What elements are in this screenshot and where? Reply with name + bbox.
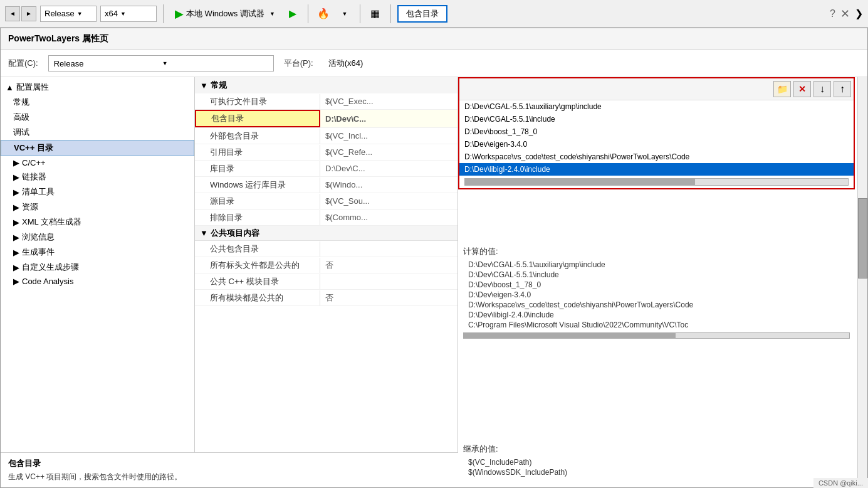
inherit-item: $(VC_IncludePath): [458, 457, 855, 467]
tree-item-build-events[interactable]: ▶ 生成事件: [1, 245, 194, 260]
list-item-selected[interactable]: D:\Dev\libigI-2.4.0\include: [459, 163, 854, 176]
horizontal-scrollbar[interactable]: [459, 176, 854, 188]
tree-arrow: ▶: [13, 188, 19, 197]
tree-item-vc-dirs[interactable]: VC++ 目录: [1, 140, 194, 156]
tree-arrow: ▶: [13, 263, 19, 272]
tree-item-advanced[interactable]: 高级: [1, 110, 194, 125]
property-panel: ▼ 常规 可执行文件目录 $(VC_Exec... 包含目录 D:\Dev\C.…: [195, 77, 458, 480]
prop-value[interactable]: $(VC_Incl...: [320, 129, 458, 142]
list-item[interactable]: D:\Dev\CGAL-5.5.1\include: [459, 113, 854, 125]
prop-value[interactable]: 否: [320, 258, 458, 273]
tree-item-xml[interactable]: ▶ XML 文档生成器: [1, 215, 194, 230]
tree-item-general[interactable]: 常规: [1, 95, 194, 110]
play-label: 本地 Windows 调试器: [186, 8, 264, 19]
config-label: 配置(C):: [8, 58, 38, 69]
platform-arrow: ▼: [120, 11, 126, 17]
nav-back-button[interactable]: ◄: [5, 6, 20, 21]
platform-dropdown[interactable]: x64 ▼: [100, 6, 157, 22]
list-item[interactable]: D:\Dev\CGAL-5.5.1\auxiliary\gmp\include: [459, 100, 854, 113]
fire-dropdown[interactable]: ▼: [336, 5, 353, 23]
prop-row-public-cpp: 公共 C++ 模块目录: [195, 273, 458, 290]
list-item[interactable]: D:\Workspace\vs_code\test_code\shiyanshi…: [459, 151, 854, 163]
delete-button[interactable]: ✕: [793, 81, 811, 97]
release-dropdown[interactable]: Release ▼: [40, 6, 97, 22]
fire-button[interactable]: 🔥: [315, 5, 332, 23]
prop-value[interactable]: [320, 280, 458, 284]
prop-row-winrt: Windows 运行库目录 $(Windo...: [195, 177, 458, 193]
tree-arrow: ▶: [13, 218, 19, 227]
prop-value[interactable]: 否: [320, 290, 458, 305]
separator-4: [390, 4, 391, 23]
prop-name: 所有标头文件都是公共的: [195, 258, 320, 273]
right-panel: 📁 ✕ ↓ ↑ D:\Dev\CGAL-5.5.1\auxiliary\gmp\…: [458, 77, 867, 480]
tree-arrow: ▶: [13, 203, 19, 212]
include-dir-label: 包含目录: [406, 8, 439, 19]
tree-item-label: 资源: [22, 201, 38, 213]
prop-row-ext-include: 外部包含目录 $(VC_Incl...: [195, 128, 458, 144]
section-label: 常规: [211, 80, 227, 91]
tree-item-browse[interactable]: ▶ 浏览信息: [1, 230, 194, 245]
section-label: 公共项目内容: [211, 228, 259, 239]
maximize-button[interactable]: ❯: [855, 8, 863, 19]
list-item[interactable]: D:\Dev\boost_1_78_0: [459, 125, 854, 138]
include-dirs-dropdown: 📁 ✕ ↓ ↑ D:\Dev\CGAL-5.5.1\auxiliary\gmp\…: [458, 77, 855, 189]
prop-value[interactable]: $(Windo...: [320, 178, 458, 191]
tree-item-code-analysis[interactable]: ▶ Code Analysis: [1, 275, 194, 288]
prop-value[interactable]: $(VC_Exec...: [320, 95, 458, 108]
prop-name: 排除目录: [195, 210, 320, 225]
tree-arrow: ▶: [13, 158, 19, 167]
play-button[interactable]: ▶ 本地 Windows 调试器 ▼: [170, 6, 280, 22]
tree-item-debug[interactable]: 调试: [1, 125, 194, 140]
tree-panel: ▲ 配置属性 常规 高级 调试 VC++ 目录 ▶ C/C++ ▶ 链接器: [1, 77, 195, 480]
tree-arrow: ▶: [13, 172, 19, 182]
prop-value[interactable]: $(Commo...: [320, 211, 458, 224]
desc-title: 包含目录: [195, 458, 451, 469]
desc-text: 生成 VC++ 项目期间，搜索包含文件时使用的路径。: [195, 472, 451, 480]
prop-value[interactable]: $(VC_Refe...: [320, 146, 458, 159]
tree-item-config-props[interactable]: ▲ 配置属性: [1, 80, 194, 95]
tree-item-resources[interactable]: ▶ 资源: [1, 199, 194, 215]
prop-value-include[interactable]: D:\Dev\C...: [320, 112, 458, 125]
section-arrow: ▼: [200, 228, 208, 238]
grid-button[interactable]: ▦: [367, 5, 384, 23]
prop-row-src: 源目录 $(VC_Sou...: [195, 193, 458, 210]
prop-name: 公共 C++ 模块目录: [195, 274, 320, 289]
calc-scrollbar[interactable]: [463, 332, 850, 339]
general-section-header: ▼ 常规: [195, 77, 458, 93]
calc-item: D:\Dev\CGAL-5.5.1\auxiliary\gmp\include: [458, 260, 855, 270]
scrollbar-thumb[interactable]: [858, 198, 867, 278]
include-dir-button[interactable]: 包含目录: [397, 5, 447, 23]
move-down-button[interactable]: ↓: [813, 81, 831, 97]
prop-value[interactable]: [320, 247, 458, 251]
prop-value[interactable]: D:\Dev\C...: [320, 162, 458, 175]
add-folder-button[interactable]: 📁: [773, 81, 791, 97]
description-panel: 包含目录 生成 VC++ 项目期间，搜索包含文件时使用的路径。: [195, 452, 458, 480]
config-dropdown[interactable]: Release ▼: [48, 55, 274, 72]
tree-item-manifest[interactable]: ▶ 清单工具: [1, 184, 194, 199]
inherited-section: 继承的值: $(VC_IncludePath) $(WindowsSDK_Inc…: [458, 441, 855, 477]
window-close-button[interactable]: ✕: [840, 7, 850, 21]
tree-item-label: 链接器: [22, 171, 46, 183]
tree-item-linker[interactable]: ▶ 链接器: [1, 169, 194, 184]
config-value: Release: [54, 59, 160, 68]
list-item[interactable]: D:\Dev\eigen-3.4.0: [459, 138, 854, 151]
play-icon: ▶: [175, 7, 184, 21]
tree-item-label: 生成事件: [22, 247, 55, 258]
move-up-button[interactable]: ↑: [834, 81, 851, 97]
section-arrow: ▼: [200, 81, 208, 90]
tree-item-label: 高级: [13, 112, 29, 123]
nav-forward-button[interactable]: ►: [21, 6, 36, 21]
tree-item-cc[interactable]: ▶ C/C++: [1, 156, 194, 169]
separator-3: [360, 4, 360, 23]
release-arrow: ▼: [77, 11, 92, 17]
help-button[interactable]: ?: [830, 8, 835, 19]
tree-item-custom-build[interactable]: ▶ 自定义生成步骤: [1, 260, 194, 275]
include-dirs-list: D:\Dev\CGAL-5.5.1\auxiliary\gmp\include …: [459, 100, 854, 176]
vertical-scrollbar[interactable]: [857, 77, 867, 480]
tree-expand-icon: ▲: [6, 83, 14, 92]
public-section-header: ▼ 公共项目内容: [195, 226, 458, 241]
play2-button[interactable]: ▶: [284, 5, 301, 23]
properties-window: PowerTwoLayers 属性页 配置(C): Release ▼ 平台(P…: [0, 28, 868, 488]
right-content: 📁 ✕ ↓ ↑ D:\Dev\CGAL-5.5.1\auxiliary\gmp\…: [458, 77, 867, 480]
prop-value[interactable]: $(VC_Sou...: [320, 194, 458, 208]
